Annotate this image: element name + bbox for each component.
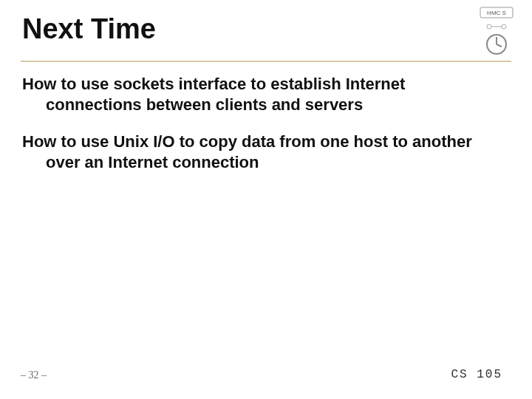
page-number: – 32 – xyxy=(21,369,47,381)
slide: HMC S Next Time How to use sockets inter… xyxy=(0,0,532,399)
slide-title: Next Time xyxy=(22,13,156,45)
bullet-item: How to use Unix I/O to copy data from on… xyxy=(22,132,480,172)
svg-line-6 xyxy=(497,44,502,47)
bullet-text: How to use sockets interface to establis… xyxy=(22,74,480,115)
title-divider xyxy=(21,61,511,62)
svg-point-3 xyxy=(502,24,506,29)
bullet-item: How to use sockets interface to establis… xyxy=(22,74,480,115)
course-code: CS 105 xyxy=(451,368,502,381)
school-logo-icon: HMC S xyxy=(476,6,517,56)
bullet-text: How to use Unix I/O to copy data from on… xyxy=(22,132,480,172)
svg-point-2 xyxy=(487,24,491,29)
svg-text:HMC S: HMC S xyxy=(487,10,506,16)
